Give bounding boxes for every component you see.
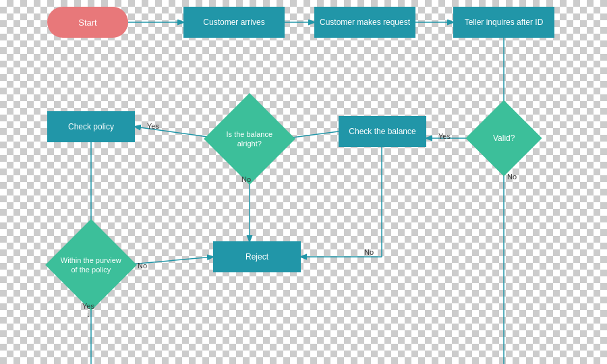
- customer-request-label: Customer makes request: [320, 18, 410, 27]
- customer-arrives-label: Customer arrives: [203, 18, 264, 27]
- start-node: Start: [47, 7, 128, 38]
- start-label: Start: [78, 18, 96, 28]
- no-label-3: No: [364, 248, 374, 256]
- valid-diamond: Valid?: [465, 100, 542, 176]
- check-policy-label: Check policy: [68, 122, 114, 131]
- yes-label-2: Yes: [147, 122, 159, 130]
- balance-alright-diamond: Is the balance alright?: [204, 93, 295, 185]
- no-label-2: No: [138, 262, 147, 270]
- teller-inquires-node: Teller inquires after ID: [453, 7, 554, 38]
- balance-alright-label: Is the balance alright?: [219, 129, 280, 149]
- customer-arrives-node: Customer arrives: [183, 7, 285, 38]
- yes-label-1: Yes: [438, 132, 451, 140]
- check-policy-node: Check policy: [47, 111, 135, 142]
- down-arrow-marker: ↓: [86, 310, 90, 318]
- reject-node: Reject: [213, 241, 301, 272]
- yes-label-3: Yes: [82, 302, 94, 310]
- no-label-4: No: [507, 173, 517, 181]
- within-purview-diamond: Within the purview of the policy: [45, 219, 137, 311]
- check-balance-node: Check the balance: [339, 116, 426, 147]
- customer-request-node: Customer makes request: [314, 7, 415, 38]
- check-balance-label: Check the balance: [349, 127, 415, 136]
- reject-label: Reject: [245, 252, 268, 262]
- valid-label: Valid?: [493, 133, 515, 143]
- teller-inquires-label: Teller inquires after ID: [465, 18, 544, 27]
- no-label-1: No: [241, 175, 251, 183]
- within-purview-label: Within the purview of the policy: [61, 255, 121, 275]
- flowchart: Start Customer arrives Customer makes re…: [0, 0, 607, 364]
- svg-line-9: [123, 257, 213, 265]
